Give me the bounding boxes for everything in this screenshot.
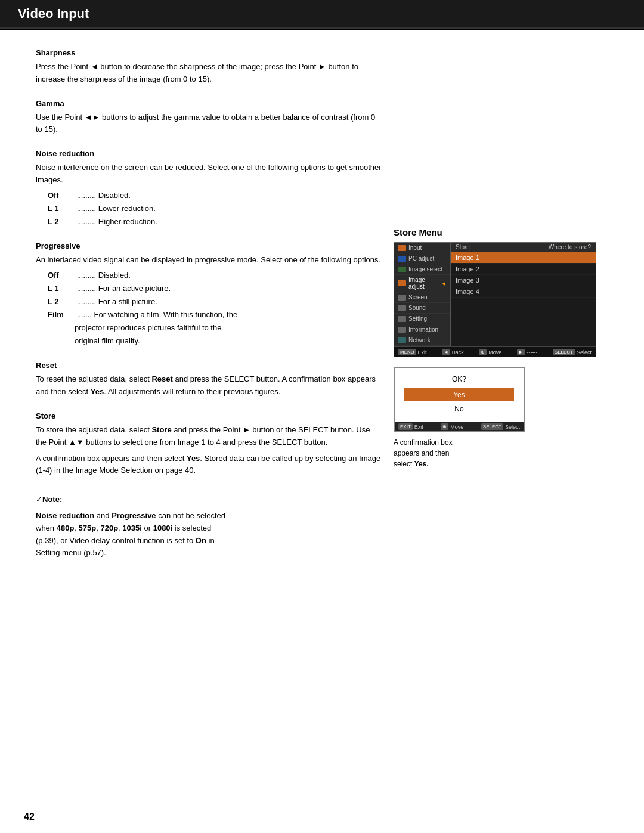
page-number: 42 xyxy=(24,812,35,822)
osd-footer: MENU Exit ◄ Back ⊕ Move ► ------ SELECT xyxy=(394,346,596,357)
imageadjust-icon xyxy=(398,280,406,286)
sharpness-body: Press the Point ◄ button to decrease the… xyxy=(36,61,382,86)
osd-menu-item-input: Input xyxy=(394,243,450,253)
confirm-box: OK? Yes No EXIT Exit ⊕ Move SELECT xyxy=(394,367,525,432)
network-icon xyxy=(398,337,406,343)
osd-left-panel: Input PC adjust Image select Image adjus… xyxy=(394,243,451,346)
list-item: L 1 ......... Lower reduction. xyxy=(48,202,382,215)
imageselect-icon xyxy=(398,267,406,272)
progressive-body: An interlaced video signal can be displa… xyxy=(36,254,382,267)
confirm-area: OK? Yes No EXIT Exit ⊕ Move SELECT xyxy=(394,367,596,469)
progressive-list: Off ......... Disabled. L 1 ......... Fo… xyxy=(48,269,382,321)
osd-right-item-image1: Image 1 xyxy=(451,252,596,264)
osd-menu-item-screen: Screen xyxy=(394,292,450,303)
noise-reduction-title: Noise reduction xyxy=(36,149,382,158)
reset-body: To reset the adjusted data, select Reset… xyxy=(36,373,382,398)
left-column: Sharpness Press the Point ◄ button to de… xyxy=(36,48,382,559)
setting-icon xyxy=(398,316,406,322)
right-column: Store Menu Input PC adjust Image s xyxy=(394,48,596,559)
osd-right-item-image2: Image 2 xyxy=(451,264,596,275)
store-body1: To store the adjusted data, select Store… xyxy=(36,424,382,449)
gamma-body: Use the Point ◄► buttons to adjust the g… xyxy=(36,112,382,137)
store-menu-label: Store Menu xyxy=(394,227,596,237)
list-item: L 1 ......... For an active picture. xyxy=(48,282,382,295)
noise-reduction-body: Noise interference on the screen can be … xyxy=(36,162,382,187)
gamma-title: Gamma xyxy=(36,99,382,108)
main-content: Sharpness Press the Point ◄ button to de… xyxy=(0,30,644,577)
confirm-no: No xyxy=(404,403,514,415)
input-icon xyxy=(398,245,406,251)
screen-icon xyxy=(398,295,406,301)
list-item: L 2 ......... Higher reduction. xyxy=(48,215,382,228)
page-header: Video Input xyxy=(0,0,644,29)
osd-container: Input PC adjust Image select Image adjus… xyxy=(394,242,596,357)
osd-right-panel: Store Where to store? Image 1 Image 2 Im… xyxy=(451,243,596,346)
confirm-footer: EXIT Exit ⊕ Move SELECT Select xyxy=(395,422,524,431)
osd-menu-item-imageadjust: Image adjust ◄ xyxy=(394,275,450,292)
film-extra: projector reproduces pictures faithful t… xyxy=(75,321,382,348)
pcadjust-icon xyxy=(398,256,406,262)
list-item: Off ......... Disabled. xyxy=(48,269,382,282)
osd-menu-item-sound: Sound xyxy=(394,303,450,314)
osd-menu-item-pcadjust: PC adjust xyxy=(394,253,450,264)
store-title: Store xyxy=(36,411,382,420)
sharpness-title: Sharpness xyxy=(36,48,382,57)
confirm-caption: A confirmation box appears and then sele… xyxy=(394,437,596,469)
list-item: Off ......... Disabled. xyxy=(48,189,382,202)
page-title: Video Input xyxy=(18,6,89,21)
confirm-yes: Yes xyxy=(404,388,514,401)
list-item: Film ....... For watching a film. With t… xyxy=(48,308,382,321)
information-icon xyxy=(398,327,406,333)
osd-menu-item-imageselect: Image select xyxy=(394,264,450,275)
note-section: ✓Note: Noise reduction and Progressive c… xyxy=(36,494,382,559)
osd-menu-item-network: Network xyxy=(394,335,450,346)
sound-icon xyxy=(398,305,406,311)
osd-menu-item-information: Information xyxy=(394,324,450,335)
confirm-ok-text: OK? xyxy=(404,375,514,383)
osd-right-item-image4: Image 4 xyxy=(451,286,596,298)
reset-title: Reset xyxy=(36,361,382,370)
store-body2: A confirmation box appears and then sele… xyxy=(36,453,382,478)
osd-menu: Input PC adjust Image select Image adjus… xyxy=(394,242,596,346)
osd-right-item-image3: Image 3 xyxy=(451,275,596,286)
noise-reduction-list: Off ......... Disabled. L 1 ......... Lo… xyxy=(48,189,382,228)
progressive-title: Progressive xyxy=(36,241,382,250)
list-item: L 2 ......... For a still picture. xyxy=(48,295,382,308)
osd-right-header: Store Where to store? xyxy=(451,243,596,252)
osd-menu-item-setting: Setting xyxy=(394,314,450,324)
